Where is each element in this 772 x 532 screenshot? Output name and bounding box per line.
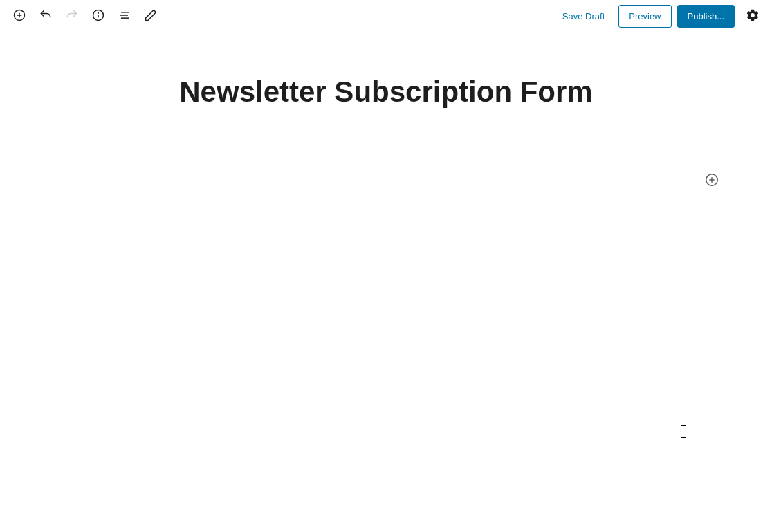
save-draft-button[interactable]: Save Draft — [554, 6, 613, 27]
plus-circle-icon — [704, 172, 719, 190]
block-navigation-button[interactable] — [112, 4, 137, 29]
pencil-icon — [144, 8, 158, 24]
undo-button[interactable] — [33, 4, 58, 29]
redo-button[interactable] — [59, 4, 84, 29]
editor-canvas[interactable]: Newsletter Subscription Form — [137, 33, 635, 151]
settings-button[interactable] — [740, 4, 765, 29]
content-info-button[interactable] — [86, 4, 111, 29]
editor-toolbar: Save Draft Preview Publish... — [0, 0, 772, 33]
list-icon — [118, 8, 131, 24]
plus-circle-icon — [12, 8, 26, 24]
inline-block-inserter[interactable] — [702, 172, 722, 191]
gear-icon — [746, 8, 760, 24]
add-block-button[interactable] — [7, 4, 32, 29]
post-title-input[interactable]: Newsletter Subscription Form — [151, 75, 621, 109]
info-icon — [91, 8, 105, 24]
svg-point-5 — [98, 12, 99, 13]
toolbar-left-group — [7, 4, 163, 29]
preview-button[interactable]: Preview — [618, 5, 671, 28]
redo-icon — [65, 8, 79, 24]
edit-button[interactable] — [138, 4, 163, 29]
publish-button[interactable]: Publish... — [677, 5, 735, 28]
toolbar-right-group: Save Draft Preview Publish... — [554, 4, 765, 29]
undo-icon — [39, 8, 53, 24]
text-cursor-indicator — [683, 425, 683, 438]
